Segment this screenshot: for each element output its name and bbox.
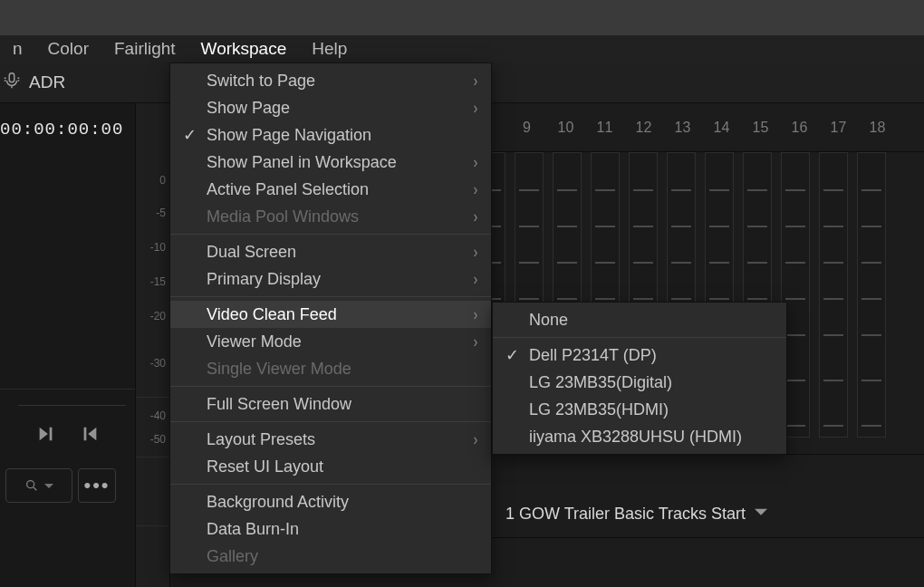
workspace-menu-item[interactable]: Data Burn-In (170, 515, 491, 543)
menu-item-label: Gallery (207, 547, 476, 566)
clean-feed-submenu-item[interactable]: LG 23MB35(Digital) (493, 369, 786, 396)
menu-item-label: Background Activity (207, 493, 476, 512)
workspace-menu-item[interactable]: Reset UI Layout (170, 453, 491, 480)
channel-meter[interactable] (857, 152, 886, 438)
ruler-number: 17 (819, 120, 858, 136)
ruler-number: 9 (507, 120, 546, 136)
skip-forward-icon[interactable] (36, 424, 56, 448)
submenu-arrow-icon: › (474, 305, 478, 324)
ruler-number: 16 (780, 120, 819, 136)
menu-item-label: None (529, 311, 772, 330)
menu-item-label: Dual Screen (207, 243, 476, 262)
ruler-number: 13 (663, 120, 702, 136)
chevron-down-icon (44, 476, 53, 496)
scale-tick: -5 (156, 207, 166, 219)
scale-tick: -20 (150, 310, 166, 322)
workspace-menu-item[interactable]: Video Clean Feed› (170, 301, 491, 328)
video-clean-feed-submenu: None✓Dell P2314T (DP)LG 23MB35(Digital)L… (492, 302, 787, 455)
session-label: 1 GOW Trailer Basic Tracks Start (505, 505, 746, 524)
menu-item-label: Viewer Mode (207, 332, 476, 351)
menu-item-label: Switch to Page (207, 72, 476, 91)
menu-item-label: Data Burn-In (207, 520, 476, 539)
menu-item-label: LG 23MB35(Digital) (529, 373, 772, 392)
clean-feed-submenu-item[interactable]: LG 23MB35(HDMI) (493, 396, 786, 423)
menu-item-label: Video Clean Feed (207, 305, 476, 324)
menu-separator (493, 337, 786, 338)
workspace-menu-item[interactable]: ✓Show Page Navigation (170, 121, 491, 149)
workspace-menu-item[interactable]: Full Screen Window (170, 390, 491, 418)
submenu-arrow-icon: › (474, 99, 478, 118)
workspace-menu-item[interactable]: Show Panel in Workspace› (170, 149, 491, 176)
scale-tick: -10 (150, 241, 166, 254)
timecode-display[interactable]: 00:00:00:00 (0, 103, 135, 150)
workspace-menu-item[interactable]: Active Panel Selection› (170, 176, 491, 203)
menu-item-label: Full Screen Window (207, 395, 476, 414)
ruler-number: 15 (741, 120, 780, 136)
menubar-item-help[interactable]: Help (299, 35, 360, 63)
adr-label[interactable]: ADR (29, 72, 65, 92)
left-panel: 00:00:00:00 ••• (0, 103, 136, 587)
submenu-arrow-icon: › (474, 153, 478, 172)
search-box[interactable] (5, 468, 72, 503)
menu-item-label: Active Panel Selection (207, 180, 476, 199)
workspace-menu-item[interactable]: Primary Display› (170, 265, 491, 293)
channel-meter[interactable] (819, 152, 848, 438)
clean-feed-submenu-item[interactable]: None (493, 306, 786, 333)
menu-item-label: Show Page Navigation (207, 126, 476, 145)
submenu-arrow-icon: › (474, 180, 478, 199)
chevron-down-icon (746, 505, 767, 524)
window-titlebar-cropped (0, 0, 924, 35)
submenu-arrow-icon: › (474, 430, 478, 449)
menu-item-label: LG 23MB35(HDMI) (529, 400, 772, 419)
menubar-item-color[interactable]: Color (35, 35, 101, 63)
workspace-menu-item: Media Pool Windows› (170, 203, 491, 230)
scale-tick: -15 (150, 275, 166, 288)
submenu-arrow-icon: › (474, 332, 478, 351)
svg-rect-0 (9, 72, 14, 82)
options-menu-button[interactable]: ••• (78, 468, 116, 503)
menu-separator (170, 296, 491, 297)
workspace-menu-item: Single Viewer Mode (170, 355, 491, 382)
menu-separator (170, 234, 491, 235)
scale-tick: 0 (159, 174, 166, 187)
workspace-menu-item[interactable]: Layout Presets› (170, 426, 491, 453)
submenu-arrow-icon: › (474, 243, 478, 262)
meter-scale: 0 -5 -10 -15 -20 -30 -40 -50 (136, 103, 170, 587)
microphone-icon (2, 71, 22, 95)
menubar-item-workspace[interactable]: Workspace (188, 35, 300, 63)
menu-separator (170, 386, 491, 387)
ruler-number: 12 (624, 120, 663, 136)
check-icon: ✓ (181, 125, 197, 145)
menu-item-label: Primary Display (207, 270, 476, 289)
check-icon: ✓ (504, 345, 520, 365)
menubar: n Color Fairlight Workspace Help (0, 35, 924, 63)
menu-item-label: iiyama XB3288UHSU (HDMI) (529, 428, 772, 447)
transport-controls (0, 406, 135, 465)
menu-item-label: Media Pool Windows (207, 207, 476, 226)
clean-feed-submenu-item[interactable]: iiyama XB3288UHSU (HDMI) (493, 423, 786, 450)
clean-feed-submenu-item[interactable]: ✓Dell P2314T (DP) (493, 342, 786, 369)
workspace-menu-item: Gallery (170, 543, 491, 570)
menu-separator (170, 421, 491, 422)
workspace-menu: Switch to Page›Show Page›✓Show Page Navi… (169, 63, 492, 574)
menu-item-label: Layout Presets (207, 430, 476, 449)
workspace-menu-item[interactable]: Viewer Mode› (170, 328, 491, 355)
ruler-number: 10 (546, 120, 585, 136)
scrub-bar[interactable] (18, 390, 126, 406)
menu-item-label: Dell P2314T (DP) (529, 346, 772, 365)
scale-tick: -40 (150, 409, 166, 422)
ruler-number: 18 (858, 120, 897, 136)
menu-item-label: Show Page (207, 99, 476, 118)
menu-item-label: Reset UI Layout (207, 457, 476, 476)
menu-separator (170, 484, 491, 485)
workspace-menu-item[interactable]: Background Activity (170, 488, 491, 515)
menubar-item-fairlight[interactable]: Fairlight (101, 35, 188, 63)
menubar-item-cropped[interactable]: n (0, 35, 35, 63)
menu-item-label: Single Viewer Mode (207, 360, 476, 379)
workspace-menu-item[interactable]: Dual Screen› (170, 238, 491, 265)
ruler-number: 11 (585, 120, 624, 136)
workspace-menu-item[interactable]: Switch to Page› (170, 67, 491, 94)
skip-back-icon[interactable] (80, 424, 100, 448)
ruler-number: 14 (702, 120, 741, 136)
workspace-menu-item[interactable]: Show Page› (170, 94, 491, 121)
